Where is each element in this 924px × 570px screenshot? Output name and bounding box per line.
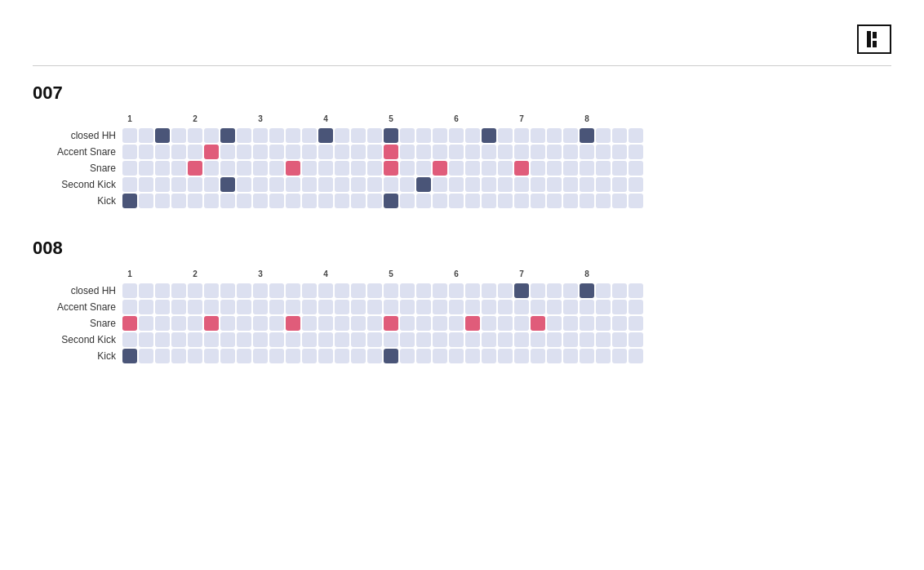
beat-num-5 xyxy=(204,112,219,127)
cell-15 xyxy=(367,316,382,331)
cell-3 xyxy=(171,332,186,347)
beat-num-29 xyxy=(596,267,611,282)
cell-5 xyxy=(204,349,219,363)
cell-6 xyxy=(220,177,235,192)
cell-26 xyxy=(547,349,562,363)
cell-24 xyxy=(514,283,529,298)
cell-17 xyxy=(400,177,415,192)
cell-30 xyxy=(612,349,627,363)
beat-num-8: 3 xyxy=(253,112,268,127)
cell-26 xyxy=(547,128,562,143)
beat-num-8: 3 xyxy=(253,267,268,282)
beat-numbers: 12345678 xyxy=(122,112,643,127)
cell-26 xyxy=(547,283,562,298)
cell-21 xyxy=(465,332,480,347)
cell-21 xyxy=(465,316,480,331)
cell-0 xyxy=(122,300,137,314)
cell-22 xyxy=(482,316,496,331)
cell-26 xyxy=(547,145,562,159)
cell-15 xyxy=(367,349,382,363)
cell-18 xyxy=(416,283,431,298)
cell-30 xyxy=(612,300,627,314)
cell-21 xyxy=(465,300,480,314)
beat-num-18 xyxy=(416,267,431,282)
cell-7 xyxy=(237,161,251,176)
cell-9 xyxy=(269,283,284,298)
cell-21 xyxy=(465,145,480,159)
row-label-second-kick: Second Kick xyxy=(33,334,122,345)
cell-13 xyxy=(335,349,349,363)
beat-num-9 xyxy=(269,267,284,282)
cell-22 xyxy=(482,161,496,176)
cell-30 xyxy=(612,332,627,347)
cell-15 xyxy=(367,177,382,192)
cell-14 xyxy=(351,194,366,208)
cell-0 xyxy=(122,349,137,363)
cell-16 xyxy=(384,128,398,143)
cell-31 xyxy=(629,194,643,208)
cell-29 xyxy=(596,316,611,331)
cell-30 xyxy=(612,316,627,331)
cell-18 xyxy=(416,145,431,159)
cell-14 xyxy=(351,177,366,192)
drum-row-accent-snare: Accent Snare xyxy=(33,300,891,314)
beat-num-18 xyxy=(416,112,431,127)
cell-20 xyxy=(449,283,464,298)
cell-28 xyxy=(580,349,594,363)
pattern-label-007: 007 xyxy=(33,82,891,104)
cell-26 xyxy=(547,316,562,331)
cell-31 xyxy=(629,316,643,331)
cell-22 xyxy=(482,145,496,159)
cell-30 xyxy=(612,145,627,159)
cell-14 xyxy=(351,300,366,314)
beat-num-12: 4 xyxy=(318,112,333,127)
cell-27 xyxy=(563,128,578,143)
cells-snare xyxy=(122,161,643,176)
cell-0 xyxy=(122,145,137,159)
cell-26 xyxy=(547,300,562,314)
cell-15 xyxy=(367,332,382,347)
cell-29 xyxy=(596,145,611,159)
cell-14 xyxy=(351,283,366,298)
cell-23 xyxy=(498,316,513,331)
cell-24 xyxy=(514,161,529,176)
beat-num-27 xyxy=(563,267,578,282)
pattern-007: 00712345678closed HHAccent SnareSnareSec… xyxy=(33,82,891,208)
beat-num-4: 2 xyxy=(188,112,202,127)
logo-bar-1 xyxy=(867,31,871,47)
cell-9 xyxy=(269,316,284,331)
cell-31 xyxy=(629,145,643,159)
cell-25 xyxy=(531,177,545,192)
cell-3 xyxy=(171,128,186,143)
cell-5 xyxy=(204,177,219,192)
cell-27 xyxy=(563,316,578,331)
cell-3 xyxy=(171,177,186,192)
beat-num-21 xyxy=(465,112,480,127)
cell-7 xyxy=(237,332,251,347)
cells-kick xyxy=(122,349,643,363)
cell-8 xyxy=(253,300,268,314)
cell-20 xyxy=(449,145,464,159)
cell-30 xyxy=(612,128,627,143)
cell-11 xyxy=(302,161,317,176)
cell-16 xyxy=(384,283,398,298)
row-label-closed-hh: closed HH xyxy=(33,285,122,296)
cell-1 xyxy=(139,300,153,314)
beat-num-1 xyxy=(139,267,153,282)
beat-num-22 xyxy=(482,267,496,282)
cell-20 xyxy=(449,161,464,176)
beat-numbers-row: 12345678 xyxy=(33,267,891,282)
cell-11 xyxy=(302,349,317,363)
cell-26 xyxy=(547,177,562,192)
cell-23 xyxy=(498,194,513,208)
pattern-label-008: 008 xyxy=(33,238,891,259)
cell-24 xyxy=(514,349,529,363)
cell-11 xyxy=(302,316,317,331)
cell-8 xyxy=(253,332,268,347)
cell-19 xyxy=(433,194,447,208)
cell-12 xyxy=(318,194,333,208)
cell-6 xyxy=(220,145,235,159)
cell-13 xyxy=(335,145,349,159)
cell-7 xyxy=(237,300,251,314)
cell-18 xyxy=(416,161,431,176)
